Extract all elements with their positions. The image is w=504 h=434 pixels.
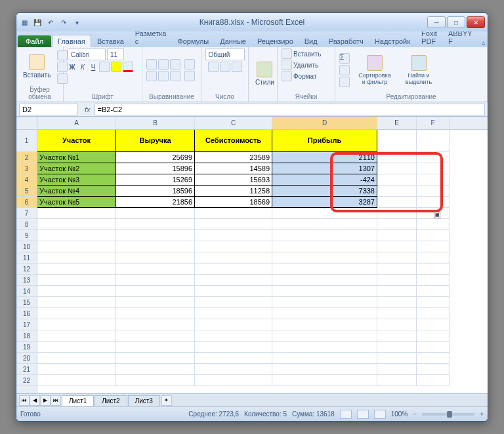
cell[interactable] [272, 208, 377, 219]
cell[interactable] [417, 297, 450, 308]
cell[interactable] [377, 264, 417, 275]
cell[interactable] [195, 375, 272, 386]
cell[interactable] [116, 230, 195, 241]
cell[interactable]: 23589 [195, 152, 272, 163]
comma-icon[interactable] [232, 62, 242, 72]
cell[interactable]: Участок №3 [37, 174, 116, 186]
cell[interactable] [417, 219, 450, 230]
cell[interactable]: -424 [272, 174, 377, 186]
name-box[interactable]: D2 [19, 104, 78, 115]
cell[interactable]: Участок №5 [37, 197, 116, 208]
tab-developer[interactable]: Разработч [324, 35, 369, 47]
row-header[interactable]: 1 [16, 130, 37, 152]
sort-filter-button[interactable]: Сортировка и фильтр [354, 54, 396, 87]
row-header[interactable]: 6 [16, 197, 37, 208]
row-header[interactable]: 15 [16, 297, 37, 308]
cell[interactable] [417, 230, 450, 241]
cell[interactable] [377, 186, 417, 197]
cell[interactable]: 15896 [116, 163, 195, 174]
underline-button[interactable]: Ч [89, 64, 98, 71]
undo-icon[interactable]: ↶ [45, 17, 56, 28]
align-bottom-icon[interactable] [170, 59, 180, 69]
clear-icon[interactable] [339, 77, 350, 87]
cell[interactable] [272, 219, 377, 230]
cell[interactable] [272, 308, 377, 319]
cell[interactable] [37, 219, 116, 230]
cell[interactable] [116, 219, 195, 230]
cell[interactable] [37, 308, 116, 319]
align-middle-icon[interactable] [158, 59, 169, 69]
cell[interactable] [417, 252, 450, 264]
cell[interactable] [37, 275, 116, 286]
insert-cells-icon[interactable] [282, 49, 292, 59]
cell[interactable] [272, 286, 377, 297]
tab-view[interactable]: Вид [299, 35, 323, 47]
cell[interactable]: 15693 [195, 174, 272, 186]
cell[interactable] [417, 208, 450, 219]
cell[interactable] [377, 208, 417, 219]
cell[interactable] [417, 319, 450, 330]
cell[interactable] [195, 330, 272, 342]
cell[interactable]: 2110 [272, 152, 377, 163]
border-icon[interactable] [99, 62, 110, 72]
cell[interactable] [37, 375, 116, 386]
cell[interactable] [417, 186, 450, 197]
cell[interactable] [272, 364, 377, 375]
cell[interactable] [417, 275, 450, 286]
view-pagebreak-icon[interactable] [374, 410, 386, 419]
cell[interactable] [195, 319, 272, 330]
delete-cells-icon[interactable] [282, 60, 292, 70]
cell[interactable] [377, 163, 417, 174]
cell[interactable] [195, 342, 272, 353]
cell[interactable] [37, 353, 116, 364]
cell[interactable] [417, 152, 450, 163]
col-header[interactable]: F [417, 117, 450, 129]
paste-button[interactable]: Вставить [20, 53, 53, 80]
cell[interactable] [272, 241, 377, 252]
row-header[interactable]: 21 [16, 364, 37, 375]
cell[interactable]: 15269 [116, 174, 195, 186]
cell[interactable] [377, 252, 417, 264]
cell[interactable] [37, 297, 116, 308]
row-header[interactable]: 13 [16, 275, 37, 286]
fill-icon[interactable] [339, 65, 350, 75]
row-header[interactable]: 18 [16, 330, 37, 342]
cell[interactable] [116, 208, 195, 219]
cell[interactable] [272, 353, 377, 364]
cell[interactable]: Выручка [116, 130, 195, 152]
save-icon[interactable]: 💾 [32, 17, 43, 28]
worksheet-grid[interactable]: 1 2 3 4 5 6 7 8 9 10 11 12 13 14 15 16 1… [16, 117, 488, 393]
cell[interactable] [116, 319, 195, 330]
cell[interactable] [195, 230, 272, 241]
zoom-out-icon[interactable]: − [413, 410, 417, 418]
cell[interactable]: Участок №2 [37, 163, 116, 174]
cell[interactable] [377, 308, 417, 319]
row-header[interactable]: 9 [16, 230, 37, 241]
align-center-icon[interactable] [158, 71, 169, 81]
zoom-in-icon[interactable]: + [480, 410, 484, 418]
cell[interactable] [377, 364, 417, 375]
font-color-icon[interactable] [123, 62, 133, 72]
cell[interactable] [37, 364, 116, 375]
cell[interactable]: Прибыль [272, 130, 377, 152]
row-header[interactable]: 17 [16, 319, 37, 330]
cell[interactable] [417, 308, 450, 319]
cell[interactable] [417, 353, 450, 364]
cell[interactable] [116, 275, 195, 286]
cell[interactable]: Участок №1 [37, 152, 116, 163]
cell[interactable]: 18596 [116, 186, 195, 197]
qat-dropdown-icon[interactable]: ▾ [72, 17, 82, 28]
cell[interactable] [37, 330, 116, 342]
cell[interactable]: 21856 [116, 197, 195, 208]
cell[interactable] [116, 297, 195, 308]
cell[interactable] [195, 297, 272, 308]
cell[interactable] [272, 319, 377, 330]
col-header[interactable]: C [195, 117, 272, 129]
cell[interactable] [377, 286, 417, 297]
row-header[interactable]: 5 [16, 186, 37, 197]
cell[interactable] [377, 197, 417, 208]
cell[interactable] [417, 375, 450, 386]
cell[interactable] [272, 275, 377, 286]
align-top-icon[interactable] [146, 59, 157, 69]
col-header[interactable]: B [116, 117, 195, 129]
